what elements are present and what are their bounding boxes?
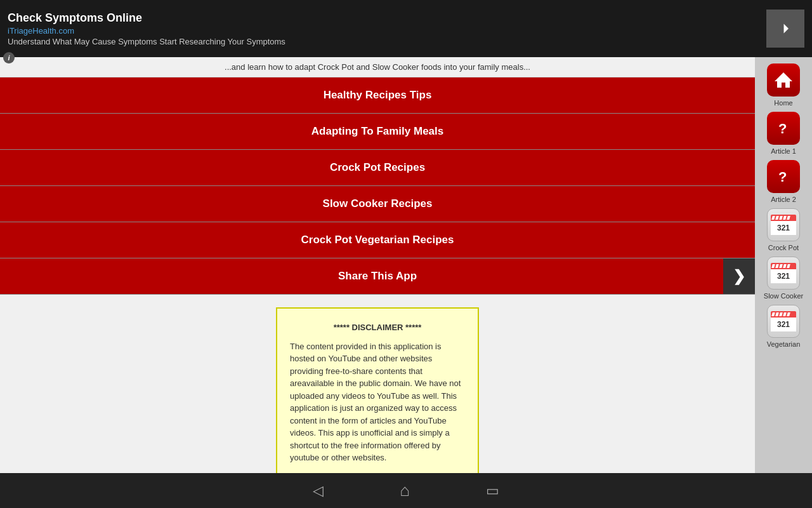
sidebar-crockpot-label: Crock Pot	[768, 244, 799, 251]
menu-btn-slowcooker[interactable]: Slow Cooker Recipes	[0, 186, 755, 222]
menu-btn-crockpot[interactable]: Crock Pot Recipes	[0, 150, 755, 186]
ad-content: Check Symptoms Online iTriageHealth.com …	[8, 11, 766, 46]
disclaimer-box: ***** DISCLAIMER ***** The content provi…	[276, 307, 479, 473]
video-clapper-icon-3: 321	[771, 311, 796, 331]
video-clapper-icon: 321	[771, 215, 796, 235]
svg-text:?: ?	[778, 169, 787, 185]
sidebar-item-article2[interactable]: ? Article 2	[761, 160, 806, 203]
question-mark-icon-2: ?	[773, 166, 794, 187]
disclaimer-body1: The content provided in this application…	[290, 340, 465, 464]
svg-marker-0	[775, 72, 792, 88]
home-icon-container	[767, 64, 800, 97]
arrow-right-icon	[776, 19, 795, 38]
question-mark-icon: ?	[773, 118, 794, 138]
sidebar-item-slowcooker[interactable]: 321 Slow Cooker	[761, 257, 806, 300]
video-clapper-icon-2: 321	[771, 263, 796, 283]
sidebar-article2-label: Article 2	[771, 196, 796, 203]
sidebar-item-crockpot[interactable]: 321 Crock Pot	[761, 208, 806, 251]
back-button[interactable]: ◁	[313, 483, 324, 499]
disclaimer-title: ***** DISCLAIMER *****	[290, 321, 465, 334]
menu-btn-healthy[interactable]: Healthy Recipes Tips	[0, 77, 755, 114]
home-button[interactable]: ⌂	[400, 481, 410, 500]
main-area: ...and learn how to adapt Crock Pot and …	[0, 57, 812, 473]
recent-apps-button[interactable]: ▭	[486, 483, 499, 499]
bottom-nav: ◁ ⌂ ▭	[0, 473, 812, 508]
article1-icon-container: ?	[767, 112, 800, 145]
article2-icon-container: ?	[767, 160, 800, 193]
ad-url[interactable]: iTriageHealth.com	[8, 26, 766, 36]
sidebar-item-vegetarian[interactable]: 321 Vegetarian	[761, 305, 806, 348]
crockpot-icon-container: 321	[767, 208, 800, 241]
svg-text:?: ?	[778, 121, 787, 137]
menu-btn-vegetarian[interactable]: Crock Pot Vegetarian Recipes	[0, 222, 755, 258]
ad-arrow-button[interactable]	[766, 10, 804, 48]
disclaimer-container: ***** DISCLAIMER ***** The content provi…	[0, 295, 755, 473]
home-icon	[773, 70, 794, 90]
ad-description: Understand What May Cause Symptoms Start…	[8, 37, 766, 46]
sidebar: Home ? Article 1 ? Article 2	[755, 57, 812, 473]
slowcooker-icon-container: 321	[767, 257, 800, 290]
ad-banner: Check Symptoms Online iTriageHealth.com …	[0, 0, 812, 57]
ad-title: Check Symptoms Online	[8, 11, 766, 25]
sidebar-vegetarian-label: Vegetarian	[767, 340, 801, 348]
sidebar-slowcooker-label: Slow Cooker	[764, 292, 803, 300]
sidebar-item-home[interactable]: Home	[761, 64, 806, 107]
top-text: ...and learn how to adapt Crock Pot and …	[0, 57, 755, 77]
menu-btn-adapting[interactable]: Adapting To Family Meals	[0, 114, 755, 150]
sidebar-article1-label: Article 1	[771, 147, 796, 155]
content-area: ...and learn how to adapt Crock Pot and …	[0, 57, 755, 473]
menu-btn-share[interactable]: Share This App ❯	[0, 258, 755, 295]
info-icon: i	[3, 52, 15, 64]
chevron-icon: ❯	[723, 258, 755, 294]
vegetarian-icon-container: 321	[767, 305, 800, 338]
sidebar-item-article1[interactable]: ? Article 1	[761, 112, 806, 155]
sidebar-home-label: Home	[774, 99, 792, 107]
